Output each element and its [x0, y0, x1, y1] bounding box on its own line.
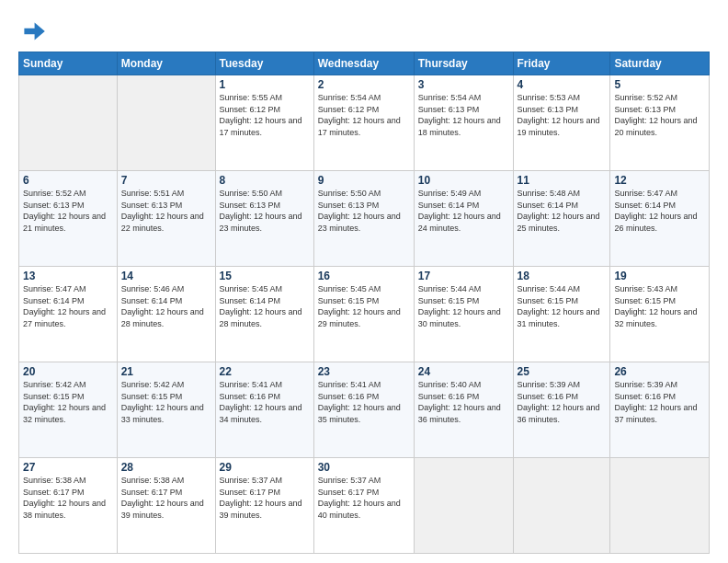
day-info: Sunrise: 5:49 AM Sunset: 6:14 PM Dayligh…: [418, 188, 509, 234]
day-number: 11: [518, 174, 607, 187]
day-info: Sunrise: 5:43 AM Sunset: 6:15 PM Dayligh…: [614, 283, 705, 329]
day-info: Sunrise: 5:38 AM Sunset: 6:17 PM Dayligh…: [23, 475, 113, 521]
day-number: 14: [121, 270, 211, 282]
calendar-day-cell: 20Sunrise: 5:42 AM Sunset: 6:15 PM Dayli…: [19, 362, 118, 458]
weekday-header: Saturday: [610, 52, 710, 75]
weekday-header: Friday: [513, 52, 610, 75]
day-number: 23: [318, 365, 410, 378]
day-info: Sunrise: 5:45 AM Sunset: 6:14 PM Dayligh…: [220, 283, 310, 329]
day-info: Sunrise: 5:47 AM Sunset: 6:14 PM Dayligh…: [614, 188, 705, 234]
weekday-header: Wednesday: [313, 52, 414, 75]
day-number: 19: [614, 270, 705, 282]
day-number: 22: [220, 365, 310, 378]
day-number: 5: [614, 78, 705, 91]
day-number: 18: [518, 270, 607, 282]
day-info: Sunrise: 5:44 AM Sunset: 6:15 PM Dayligh…: [418, 283, 509, 329]
day-info: Sunrise: 5:37 AM Sunset: 6:17 PM Dayligh…: [318, 475, 410, 521]
page: SundayMondayTuesdayWednesdayThursdayFrid…: [0, 0, 728, 563]
calendar-day-cell: [610, 458, 710, 554]
day-number: 1: [220, 78, 310, 91]
day-info: Sunrise: 5:40 AM Sunset: 6:16 PM Dayligh…: [418, 379, 509, 425]
day-number: 4: [518, 78, 607, 91]
day-number: 9: [318, 174, 410, 187]
day-info: Sunrise: 5:52 AM Sunset: 6:13 PM Dayligh…: [614, 92, 705, 138]
day-info: Sunrise: 5:50 AM Sunset: 6:13 PM Dayligh…: [318, 188, 410, 234]
day-info: Sunrise: 5:42 AM Sunset: 6:15 PM Dayligh…: [121, 379, 211, 425]
calendar-day-cell: 15Sunrise: 5:45 AM Sunset: 6:14 PM Dayli…: [215, 267, 313, 362]
calendar-day-cell: 12Sunrise: 5:47 AM Sunset: 6:14 PM Dayli…: [610, 171, 710, 267]
calendar-day-cell: 21Sunrise: 5:42 AM Sunset: 6:15 PM Dayli…: [117, 362, 215, 458]
day-info: Sunrise: 5:50 AM Sunset: 6:13 PM Dayligh…: [220, 188, 310, 234]
calendar-day-cell: 24Sunrise: 5:40 AM Sunset: 6:16 PM Dayli…: [414, 362, 513, 458]
day-info: Sunrise: 5:54 AM Sunset: 6:13 PM Dayligh…: [418, 92, 509, 138]
day-info: Sunrise: 5:37 AM Sunset: 6:17 PM Dayligh…: [220, 475, 310, 521]
calendar-day-cell: 10Sunrise: 5:49 AM Sunset: 6:14 PM Dayli…: [414, 171, 513, 267]
calendar-day-cell: 22Sunrise: 5:41 AM Sunset: 6:16 PM Dayli…: [215, 362, 313, 458]
day-info: Sunrise: 5:47 AM Sunset: 6:14 PM Dayligh…: [23, 283, 113, 329]
logo: [18, 17, 51, 46]
calendar-day-cell: 2Sunrise: 5:54 AM Sunset: 6:12 PM Daylig…: [313, 75, 414, 171]
day-info: Sunrise: 5:55 AM Sunset: 6:12 PM Dayligh…: [220, 92, 310, 138]
calendar-day-cell: 19Sunrise: 5:43 AM Sunset: 6:15 PM Dayli…: [610, 267, 710, 362]
day-number: 20: [23, 365, 113, 378]
calendar-day-cell: 6Sunrise: 5:52 AM Sunset: 6:13 PM Daylig…: [19, 171, 118, 267]
day-number: 12: [614, 174, 705, 187]
calendar-day-cell: 11Sunrise: 5:48 AM Sunset: 6:14 PM Dayli…: [513, 171, 610, 267]
day-number: 17: [418, 270, 509, 282]
calendar-day-cell: 5Sunrise: 5:52 AM Sunset: 6:13 PM Daylig…: [610, 75, 710, 171]
day-number: 10: [418, 174, 509, 187]
day-info: Sunrise: 5:54 AM Sunset: 6:12 PM Dayligh…: [318, 92, 410, 138]
calendar-day-cell: 9Sunrise: 5:50 AM Sunset: 6:13 PM Daylig…: [313, 171, 414, 267]
calendar-day-cell: 28Sunrise: 5:38 AM Sunset: 6:17 PM Dayli…: [117, 458, 215, 554]
day-number: 16: [318, 270, 410, 282]
calendar-day-cell: 23Sunrise: 5:41 AM Sunset: 6:16 PM Dayli…: [313, 362, 414, 458]
day-number: 3: [418, 78, 509, 91]
calendar-day-cell: 13Sunrise: 5:47 AM Sunset: 6:14 PM Dayli…: [19, 267, 118, 362]
calendar-week-row: 27Sunrise: 5:38 AM Sunset: 6:17 PM Dayli…: [19, 458, 710, 554]
day-info: Sunrise: 5:48 AM Sunset: 6:14 PM Dayligh…: [518, 188, 607, 234]
calendar-day-cell: 26Sunrise: 5:39 AM Sunset: 6:16 PM Dayli…: [610, 362, 710, 458]
weekday-header: Sunday: [19, 52, 118, 75]
calendar-day-cell: 7Sunrise: 5:51 AM Sunset: 6:13 PM Daylig…: [117, 171, 215, 267]
day-number: 13: [23, 270, 113, 282]
calendar-day-cell: 4Sunrise: 5:53 AM Sunset: 6:13 PM Daylig…: [513, 75, 610, 171]
weekday-header: Monday: [117, 52, 215, 75]
calendar-day-cell: 29Sunrise: 5:37 AM Sunset: 6:17 PM Dayli…: [215, 458, 313, 554]
day-info: Sunrise: 5:39 AM Sunset: 6:16 PM Dayligh…: [518, 379, 607, 425]
day-number: 29: [220, 461, 310, 474]
day-number: 6: [23, 174, 113, 187]
weekday-header: Tuesday: [215, 52, 313, 75]
day-info: Sunrise: 5:41 AM Sunset: 6:16 PM Dayligh…: [220, 379, 310, 425]
day-number: 8: [220, 174, 310, 187]
calendar-day-cell: 3Sunrise: 5:54 AM Sunset: 6:13 PM Daylig…: [414, 75, 513, 171]
calendar-day-cell: 27Sunrise: 5:38 AM Sunset: 6:17 PM Dayli…: [19, 458, 118, 554]
calendar-table: SundayMondayTuesdayWednesdayThursdayFrid…: [18, 52, 710, 554]
day-number: 25: [518, 365, 607, 378]
day-number: 7: [121, 174, 211, 187]
header: [18, 17, 710, 46]
day-info: Sunrise: 5:44 AM Sunset: 6:15 PM Dayligh…: [518, 283, 607, 329]
day-number: 2: [318, 78, 410, 91]
calendar-day-cell: 17Sunrise: 5:44 AM Sunset: 6:15 PM Dayli…: [414, 267, 513, 362]
day-info: Sunrise: 5:39 AM Sunset: 6:16 PM Dayligh…: [614, 379, 705, 425]
calendar-day-cell: 30Sunrise: 5:37 AM Sunset: 6:17 PM Dayli…: [313, 458, 414, 554]
day-number: 28: [121, 461, 211, 474]
calendar-week-row: 6Sunrise: 5:52 AM Sunset: 6:13 PM Daylig…: [19, 171, 710, 267]
calendar-week-row: 13Sunrise: 5:47 AM Sunset: 6:14 PM Dayli…: [19, 267, 710, 362]
day-number: 26: [614, 365, 705, 378]
calendar-day-cell: 18Sunrise: 5:44 AM Sunset: 6:15 PM Dayli…: [513, 267, 610, 362]
calendar-week-row: 1Sunrise: 5:55 AM Sunset: 6:12 PM Daylig…: [19, 75, 710, 171]
calendar-header-row: SundayMondayTuesdayWednesdayThursdayFrid…: [19, 52, 710, 75]
calendar-day-cell: 25Sunrise: 5:39 AM Sunset: 6:16 PM Dayli…: [513, 362, 610, 458]
calendar-day-cell: 16Sunrise: 5:45 AM Sunset: 6:15 PM Dayli…: [313, 267, 414, 362]
day-info: Sunrise: 5:41 AM Sunset: 6:16 PM Dayligh…: [318, 379, 410, 425]
day-number: 21: [121, 365, 211, 378]
calendar-week-row: 20Sunrise: 5:42 AM Sunset: 6:15 PM Dayli…: [19, 362, 710, 458]
calendar-day-cell: [19, 75, 118, 171]
calendar-day-cell: [117, 75, 215, 171]
day-info: Sunrise: 5:53 AM Sunset: 6:13 PM Dayligh…: [518, 92, 607, 138]
day-info: Sunrise: 5:51 AM Sunset: 6:13 PM Dayligh…: [121, 188, 211, 234]
day-info: Sunrise: 5:45 AM Sunset: 6:15 PM Dayligh…: [318, 283, 410, 329]
svg-marker-0: [24, 22, 44, 40]
day-info: Sunrise: 5:46 AM Sunset: 6:14 PM Dayligh…: [121, 283, 211, 329]
